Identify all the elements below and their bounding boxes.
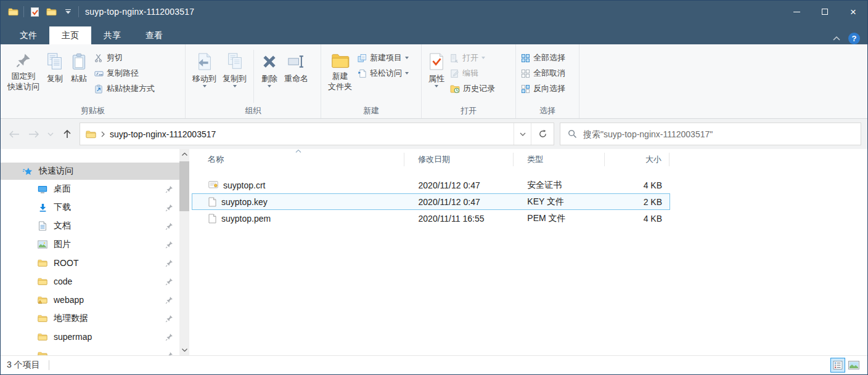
back-button[interactable] [6, 126, 23, 143]
group-label-clipboard: 剪贴板 [1, 105, 185, 116]
pin-icon[interactable] [165, 333, 173, 341]
rename-button[interactable]: 重命名 [281, 47, 311, 84]
pin-to-quick-access-button[interactable]: 固定到 快速访问 [4, 47, 43, 92]
easy-access-button[interactable]: 轻松访问 [358, 67, 409, 80]
pin-icon[interactable] [165, 185, 173, 193]
minimize-button[interactable] [782, 1, 811, 23]
new-item-button[interactable]: 新建项目 [358, 51, 409, 65]
copy-to-button[interactable]: 复制到 [219, 47, 250, 87]
column-header-type[interactable]: 类型 [514, 153, 605, 166]
help-icon[interactable]: ? [848, 33, 860, 44]
certificate-file-icon [208, 180, 218, 190]
column-header-name[interactable]: 名称 [192, 153, 404, 166]
column-header-date[interactable]: 修改日期 [404, 153, 514, 166]
sidebar-item-code[interactable]: code [1, 272, 179, 291]
sidebar-item-webapp[interactable]: webapp [1, 291, 179, 309]
file-icon [208, 214, 216, 224]
new-folder-button[interactable]: 新建 文件夹 [325, 47, 355, 92]
copy-button[interactable]: 复制 [43, 47, 67, 84]
details-view-button[interactable] [830, 358, 845, 373]
sidebar-item-supermap[interactable]: supermap [1, 328, 179, 346]
invert-selection-button[interactable]: 反向选择 [521, 82, 565, 95]
refresh-icon[interactable] [531, 123, 554, 145]
sidebar-item-label: supermap [54, 332, 92, 342]
qat-properties-icon[interactable] [28, 6, 41, 18]
sidebar-item-下载[interactable]: 下载 [1, 198, 179, 217]
sidebar-item-label: 文档 [54, 220, 71, 232]
move-to-button[interactable]: 移动到 [189, 47, 219, 87]
file-size: 4 KB [605, 214, 669, 224]
recent-locations-caret-icon[interactable] [45, 126, 56, 143]
titlebar-divider [78, 6, 79, 17]
sidebar-item[interactable] [1, 346, 179, 355]
sidebar-item-图片[interactable]: 图片 [1, 235, 179, 254]
sidebar-item-地理数据[interactable]: 地理数据 [1, 309, 179, 328]
file-row[interactable]: suyptop.crt2020/11/12 0:47安全证书4 KB [192, 177, 670, 193]
file-name: suyptop.pem [221, 214, 271, 224]
sidebar-item-label: 图片 [54, 239, 71, 250]
tab-share[interactable]: 共享 [91, 26, 133, 44]
file-date: 2020/11/12 0:47 [405, 180, 514, 190]
pin-icon[interactable] [165, 315, 173, 323]
address-dropdown-icon[interactable] [514, 123, 531, 145]
app-folder-icon[interactable] [7, 6, 19, 18]
sidebar-item-桌面[interactable]: 桌面 [1, 180, 179, 198]
search-input[interactable] [583, 129, 856, 139]
breadcrumb[interactable]: suyp-top-nginx-1112003517 [80, 123, 514, 145]
scroll-up-icon[interactable] [179, 149, 189, 159]
collapse-ribbon-icon[interactable] [831, 33, 842, 44]
column-header-size[interactable]: 大小 [605, 153, 669, 166]
explorer-window: suyp-top-nginx-1112003517 × 文件 主页 共享 查看 … [0, 0, 868, 375]
history-button[interactable]: 历史记录 [450, 82, 495, 95]
sidebar-scrollbar[interactable] [179, 149, 189, 355]
column-headers: 名称 修改日期 类型 大小 [192, 149, 867, 170]
file-date: 2020/11/12 0:47 [405, 197, 514, 207]
search-icon [568, 129, 577, 139]
delete-button[interactable]: 删除 [258, 47, 281, 87]
up-button[interactable] [59, 126, 76, 143]
select-none-button[interactable]: 全部取消 [521, 67, 565, 80]
copy-path-button[interactable]: 复制路径 [94, 67, 155, 80]
pin-icon[interactable] [165, 222, 173, 230]
file-name-cell: suyptop.crt [192, 180, 405, 190]
scrollbar-thumb[interactable] [179, 161, 189, 211]
file-icon [208, 197, 216, 207]
tab-view[interactable]: 查看 [133, 26, 175, 44]
breadcrumb-path[interactable]: suyp-top-nginx-1112003517 [110, 129, 216, 139]
qat-customize-caret-icon[interactable] [62, 6, 74, 18]
pin-icon[interactable] [165, 278, 173, 286]
pin-icon[interactable] [165, 204, 173, 212]
file-row[interactable]: suyptop.pem2020/11/11 16:55PEM 文件4 KB [192, 210, 670, 227]
large-icons-view-button[interactable] [846, 358, 861, 373]
sidebar-item-ROOT[interactable]: ROOT [1, 254, 179, 272]
cut-icon [94, 54, 104, 63]
maximize-button[interactable] [811, 1, 839, 23]
copy-to-icon [226, 50, 244, 73]
properties-icon [428, 50, 444, 73]
forward-button[interactable] [25, 126, 43, 143]
file-row[interactable]: suyptop.key2020/11/12 0:47KEY 文件2 KB [192, 193, 670, 210]
properties-button[interactable]: 属性 [425, 47, 448, 87]
paste-button[interactable]: 粘贴 [67, 47, 91, 84]
qat-new-folder-icon[interactable] [45, 6, 57, 18]
cut-button[interactable]: 剪切 [94, 51, 155, 65]
move-to-icon [195, 50, 214, 73]
tab-home[interactable]: 主页 [49, 26, 91, 44]
edit-button[interactable]: 编辑 [450, 67, 495, 80]
open-button[interactable]: 打开 [450, 51, 495, 65]
pin-icon[interactable] [165, 296, 173, 304]
select-all-button[interactable]: 全部选择 [521, 51, 565, 65]
folder-warning-icon [38, 295, 47, 305]
paste-shortcut-button[interactable]: 粘贴快捷方式 [94, 82, 155, 95]
sidebar-quick-access[interactable]: 快速访问 [1, 163, 179, 180]
sidebar-item-文档[interactable]: 文档 [1, 217, 179, 235]
scroll-down-icon[interactable] [179, 345, 189, 355]
pin-icon[interactable] [165, 259, 173, 267]
pin-icon[interactable] [165, 352, 173, 356]
dropdown-caret-icon [268, 85, 271, 87]
close-button[interactable]: × [839, 1, 867, 23]
pin-icon[interactable] [165, 241, 173, 249]
sidebar-item-label: code [54, 276, 72, 286]
tab-file[interactable]: 文件 [7, 26, 49, 44]
group-label-select: 选择 [516, 105, 579, 116]
